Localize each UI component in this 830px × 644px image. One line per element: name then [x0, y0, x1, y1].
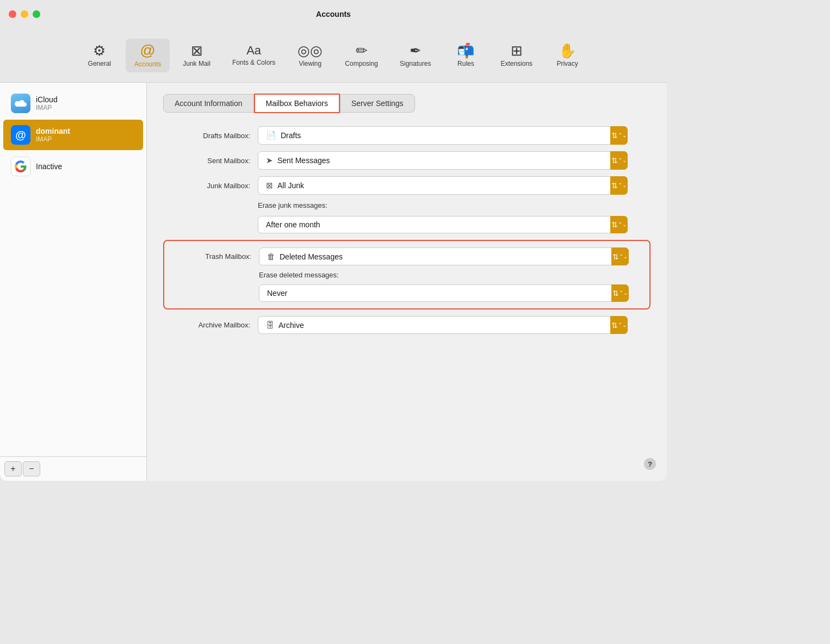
icloud-type: IMAP — [36, 104, 58, 112]
junk-mail-icon: ⊠ — [191, 44, 203, 58]
extensions-icon: ⊞ — [511, 44, 523, 58]
toolbar-label-accounts: Accounts — [134, 60, 161, 68]
dominant-avatar: @ — [11, 125, 30, 145]
trash-row: Trash Mailbox: 🗑 Deleted Messages ⇅ — [164, 247, 649, 265]
trash-select[interactable]: 🗑 Deleted Messages — [259, 247, 629, 265]
dominant-type: IMAP — [36, 135, 70, 143]
window-controls — [9, 10, 40, 18]
toolbar-label-junk-mail: Junk Mail — [183, 60, 210, 67]
erase-junk-select[interactable]: After one month — [258, 216, 628, 233]
signatures-icon: ✒ — [410, 44, 422, 58]
toolbar-label-extensions: Extensions — [500, 60, 532, 67]
gear-icon: ⚙ — [93, 44, 106, 58]
tab-server-settings[interactable]: Server Settings — [340, 94, 415, 113]
toolbar-label-fonts-colors: Fonts & Colors — [232, 59, 275, 66]
close-button[interactable] — [9, 10, 16, 18]
titlebar: Accounts — [0, 0, 667, 28]
viewing-icon: ◎◎ — [298, 44, 323, 58]
junk-icon: ⊠ — [266, 181, 273, 190]
drafts-select[interactable]: 📄 Drafts — [258, 126, 628, 145]
erase-deleted-label: Erase deleted messages: — [259, 271, 339, 279]
main-area: iCloud IMAP @ dominant IMAP — [0, 83, 667, 481]
sent-icon: ➤ — [266, 156, 273, 165]
toolbar-label-composing: Composing — [345, 60, 378, 67]
rules-icon: 📬 — [457, 44, 474, 58]
erase-deleted-select[interactable]: Never — [259, 284, 629, 302]
sidebar-item-google[interactable]: Inactive — [3, 151, 143, 182]
tab-bar: Account Information Mailbox Behaviors Se… — [163, 94, 651, 113]
toolbar-label-privacy: Privacy — [556, 60, 578, 67]
toolbar-label-rules: Rules — [457, 60, 474, 67]
fonts-icon: Aa — [246, 45, 261, 57]
erase-junk-label: Erase junk messages: — [258, 201, 327, 209]
sent-select[interactable]: ➤ Sent Messages — [258, 151, 628, 170]
toolbar-item-extensions[interactable]: ⊞ Extensions — [492, 39, 541, 72]
toolbar-label-signatures: Signatures — [400, 60, 431, 67]
sidebar-item-icloud[interactable]: iCloud IMAP — [3, 88, 143, 119]
minimize-button[interactable] — [21, 10, 28, 18]
icloud-avatar — [11, 94, 30, 113]
toolbar-label-viewing: Viewing — [299, 60, 321, 67]
sent-select-wrapper: ➤ Sent Messages ⇅ — [258, 151, 628, 170]
account-list: iCloud IMAP @ dominant IMAP — [0, 83, 146, 456]
help-button[interactable]: ? — [644, 458, 656, 470]
toolbar-item-rules[interactable]: 📬 Rules — [444, 39, 487, 72]
toolbar-item-composing[interactable]: ✏ Composing — [336, 39, 387, 72]
sidebar-item-dominant[interactable]: @ dominant IMAP — [3, 120, 143, 150]
junk-row: Junk Mailbox: ⊠ All Junk ⇅ — [163, 176, 651, 195]
erase-junk-label-row: Erase junk messages: — [163, 201, 651, 209]
tab-mailbox-behaviors[interactable]: Mailbox Behaviors — [254, 94, 340, 113]
junk-select-wrapper: ⊠ All Junk ⇅ — [258, 176, 628, 195]
erase-deleted-select-wrapper: Never ⇅ — [259, 284, 629, 302]
archive-row: Archive Mailbox: 🗄 Archive ⇅ — [163, 316, 651, 334]
erase-deleted-label-row: Erase deleted messages: — [164, 271, 649, 279]
toolbar-item-signatures[interactable]: ✒ Signatures — [391, 39, 439, 72]
sent-row: Sent Mailbox: ➤ Sent Messages ⇅ — [163, 151, 651, 170]
trash-select-wrapper: 🗑 Deleted Messages ⇅ — [259, 247, 629, 265]
window-title: Accounts — [316, 10, 351, 18]
maximize-button[interactable] — [33, 10, 40, 18]
erase-deleted-row: Never ⇅ — [164, 284, 649, 302]
archive-label: Archive Mailbox: — [163, 321, 250, 329]
content-panel: Account Information Mailbox Behaviors Se… — [147, 83, 667, 481]
trash-label: Trash Mailbox: — [164, 252, 251, 261]
google-avatar — [11, 157, 30, 176]
toolbar-item-general[interactable]: ⚙ General — [78, 39, 121, 72]
drafts-label: Drafts Mailbox: — [163, 132, 250, 140]
icloud-info: iCloud IMAP — [36, 95, 58, 112]
main-window: Accounts ⚙ General @ Accounts ⊠ Junk Mai… — [0, 0, 667, 481]
trash-icon: 🗑 — [267, 252, 275, 261]
toolbar: ⚙ General @ Accounts ⊠ Junk Mail Aa Font… — [0, 28, 667, 83]
mailbox-behaviors-form: Drafts Mailbox: 📄 Drafts ⇅ Sent Mailbox: — [163, 126, 651, 340]
tab-account-info[interactable]: Account Information — [163, 94, 254, 113]
add-account-button[interactable]: + — [4, 461, 22, 476]
junk-select[interactable]: ⊠ All Junk — [258, 176, 628, 195]
drafts-select-wrapper: 📄 Drafts ⇅ — [258, 126, 628, 145]
toolbar-label-general: General — [88, 60, 112, 67]
erase-junk-row: After one month ⇅ — [163, 216, 651, 233]
archive-icon: 🗄 — [266, 320, 274, 330]
icloud-name: iCloud — [36, 95, 58, 104]
sidebar: iCloud IMAP @ dominant IMAP — [0, 83, 147, 481]
dominant-name: dominant — [36, 127, 70, 135]
sent-label: Sent Mailbox: — [163, 157, 250, 165]
toolbar-item-junk-mail[interactable]: ⊠ Junk Mail — [174, 39, 219, 72]
drafts-icon: 📄 — [266, 131, 276, 140]
remove-account-button[interactable]: − — [23, 461, 40, 476]
toolbar-item-privacy[interactable]: ✋ Privacy — [546, 39, 589, 72]
at-icon: @ — [140, 43, 155, 58]
dominant-info: dominant IMAP — [36, 127, 70, 143]
google-info: Inactive — [36, 162, 62, 171]
toolbar-item-accounts[interactable]: @ Accounts — [126, 39, 170, 72]
privacy-icon: ✋ — [559, 44, 576, 58]
drafts-row: Drafts Mailbox: 📄 Drafts ⇅ — [163, 126, 651, 145]
toolbar-item-fonts-colors[interactable]: Aa Fonts & Colors — [224, 40, 284, 71]
google-name: Inactive — [36, 162, 62, 171]
erase-junk-select-wrapper: After one month ⇅ — [258, 216, 628, 233]
archive-select[interactable]: 🗄 Archive — [258, 316, 628, 334]
archive-select-wrapper: 🗄 Archive ⇅ — [258, 316, 628, 334]
toolbar-item-viewing[interactable]: ◎◎ Viewing — [288, 39, 332, 72]
trash-section: Trash Mailbox: 🗑 Deleted Messages ⇅ — [163, 240, 651, 309]
composing-icon: ✏ — [356, 44, 368, 58]
junk-label: Junk Mailbox: — [163, 182, 250, 190]
